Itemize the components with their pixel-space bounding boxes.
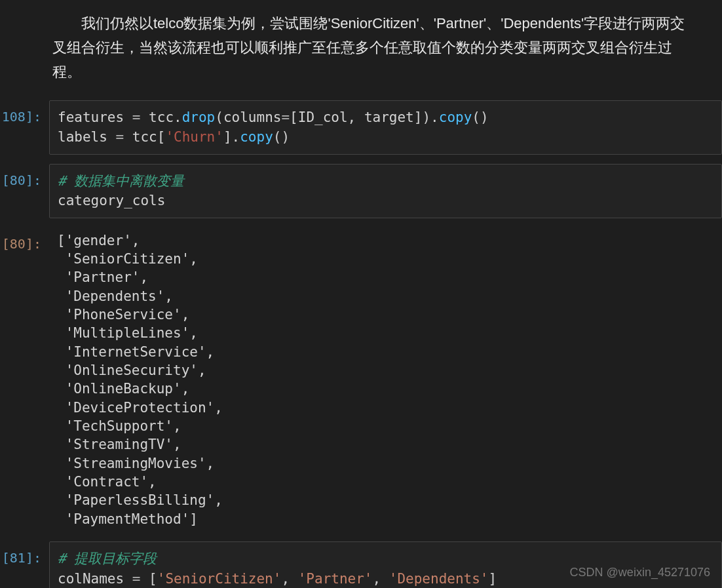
notebook-cells: 108]:features = tcc.drop(columns=[ID_col… [0, 100, 722, 588]
output-cell: [80]:['gender', 'SeniorCitizen', 'Partne… [0, 227, 722, 533]
code-cell: 108]:features = tcc.drop(columns=[ID_col… [0, 100, 722, 155]
code-text: # 数据集中离散变量 category_cols [58, 171, 713, 211]
cell-prompt: 108]: [0, 100, 49, 127]
code-text: features = tcc.drop(columns=[ID_col, tar… [58, 108, 713, 147]
output-text: ['gender', 'SeniorCitizen', 'Partner', '… [49, 227, 722, 533]
cell-prompt: [81]: [0, 541, 49, 568]
cell-prompt: [80]: [0, 164, 49, 190]
code-cell: [80]:# 数据集中离散变量 category_cols [0, 164, 722, 218]
markdown-text: 我们仍然以telco数据集为例，尝试围绕'SeniorCitizen'、'Par… [52, 15, 685, 80]
markdown-cell: 我们仍然以telco数据集为例，尝试围绕'SeniorCitizen'、'Par… [0, 0, 722, 100]
code-input-area[interactable]: features = tcc.drop(columns=[ID_col, tar… [49, 100, 722, 155]
watermark: CSDN @weixin_45271076 [570, 564, 710, 580]
cell-prompt: [80]: [0, 227, 49, 254]
code-input-area[interactable]: # 数据集中离散变量 category_cols [49, 164, 722, 218]
